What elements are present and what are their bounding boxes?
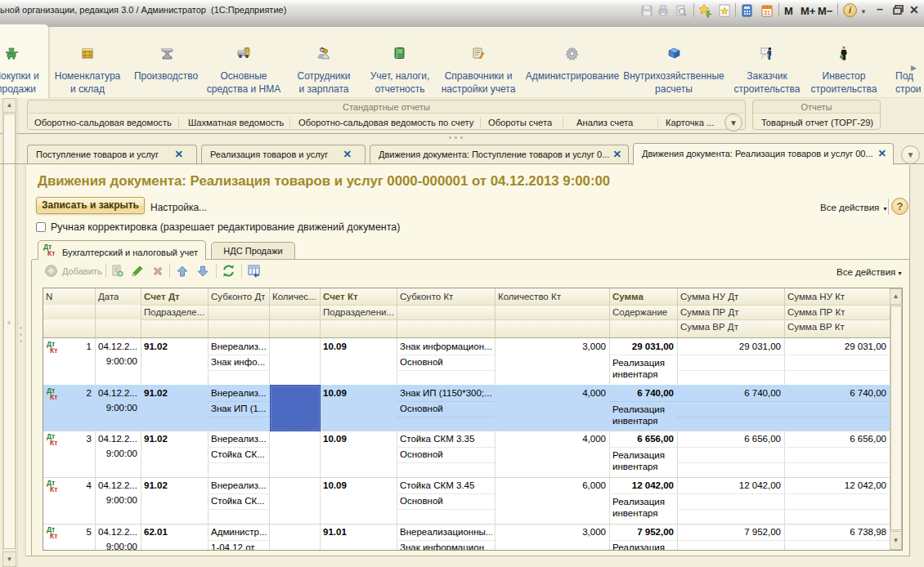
- svg-text:31: 31: [764, 9, 770, 16]
